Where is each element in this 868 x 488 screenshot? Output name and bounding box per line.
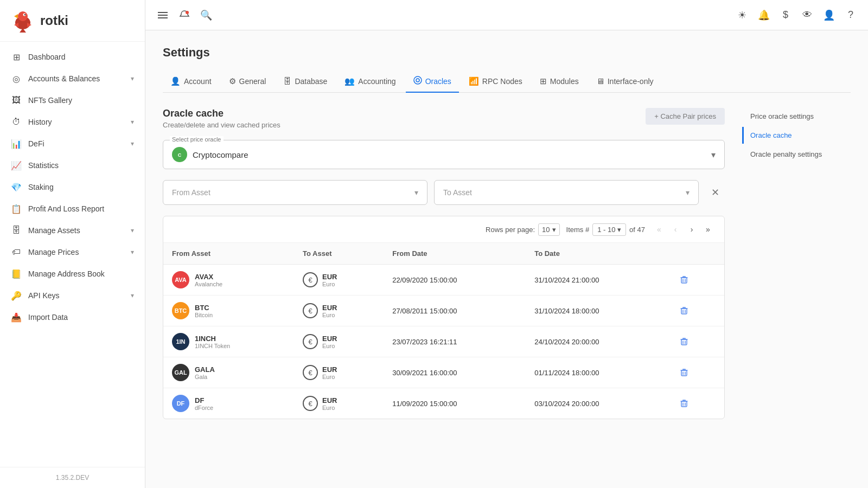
right-nav-price-oracle-settings[interactable]: Price oracle settings [742,108,851,125]
from-asset-cell-2: 1IN 1INCH 1INCH Token [163,326,294,357]
price-oracle-select-label: Select price oracle [170,136,224,143]
tab-interface-only[interactable]: 🖥 Interface-only [589,70,661,93]
menu-button[interactable] [154,7,171,24]
to-asset-cell-3: € EUR Euro [294,357,384,388]
sidebar-item-api-keys[interactable]: 🔑 API Keys ▾ [0,285,145,306]
sidebar-item-accounts-balances[interactable]: ◎ Accounts & Balances ▾ [0,68,145,89]
eye-icon[interactable]: 👁 [799,7,816,24]
clear-filters-button[interactable]: ✕ [705,183,725,202]
to-date-0: 31/10/2024 21:00:00 [526,265,668,296]
account-tab-icon: 👤 [170,76,181,86]
sidebar-item-staking[interactable]: 💎 Staking [0,176,145,198]
search-button[interactable]: 🔍 [197,7,215,24]
items-range-value: 1 - 10 [597,226,615,234]
currency-icon[interactable]: $ [777,7,794,24]
col-from-asset: From Asset [163,243,294,265]
to-name-0: Euro [322,281,337,287]
tab-rpc-nodes[interactable]: 📶 RPC Nodes [461,70,530,93]
next-page-button[interactable]: › [684,222,699,237]
to-asset-info-3: EUR Euro [322,365,337,380]
from-asset-cell-4: DF DF dForce [163,388,294,419]
from-asset-dropdown[interactable]: From Asset ▾ [163,180,427,205]
tab-database[interactable]: 🗄 Database [276,70,335,93]
sidebar-item-manage-assets[interactable]: 🗄 Manage Assets ▾ [0,220,145,241]
tab-oracles-label: Oracles [425,77,451,86]
svg-point-9 [414,76,422,84]
col-to-date: To Date [526,243,668,265]
items-range-select[interactable]: 1 - 10 ▾ [592,223,626,236]
sidebar-label-statistics: Statistics [28,161,134,170]
from-asset-icon-3: GAL [172,364,189,381]
right-nav-oracle-cache[interactable]: Oracle cache [742,127,851,144]
tab-account-label: Account [184,77,212,86]
sidebar-label-dashboard: Dashboard [28,53,134,61]
from-asset-icon-1: BTC [172,302,189,319]
right-nav-oracle-penalty-settings[interactable]: Oracle penalty settings [742,146,851,163]
from-symbol-0: AVAX [195,273,222,281]
modules-tab-icon: ⊞ [540,76,547,86]
from-asset-info-1: BTC Bitcoin [195,304,213,318]
sidebar-navigation: ⊞ Dashboard ◎ Accounts & Balances ▾ 🖼 NF… [0,42,145,467]
notification-alt-icon[interactable] [176,7,193,24]
sidebar-label-address-book: Manage Address Book [28,269,134,278]
dashboard-icon: ⊞ [11,52,22,62]
profit-loss-icon: 📋 [11,203,22,214]
tab-general[interactable]: ⚙ General [221,70,274,93]
sidebar-item-profit-loss[interactable]: 📋 Profit And Loss Report [0,198,145,220]
user-icon[interactable]: 👤 [820,7,838,24]
theme-toggle[interactable]: ☀ [733,7,751,24]
trash-icon [679,368,689,377]
delete-row-button-4[interactable] [676,396,692,411]
statistics-icon: 📈 [11,160,22,171]
help-icon[interactable]: ? [842,7,859,24]
rows-chevron-icon: ▾ [552,226,556,234]
database-tab-icon: 🗄 [283,76,291,86]
table-header-row: From Asset To Asset From Date To Date [163,243,724,265]
delete-row-button-1[interactable] [676,303,692,318]
pagination-controls: « ‹ › » [652,222,716,237]
from-asset-icon-4: DF [172,395,189,412]
cache-pair-prices-button[interactable]: + Cache Pair prices [646,108,725,125]
settings-content-layout: Oracle cache Create/delete and view cach… [163,108,851,419]
from-date-4: 11/09/2020 15:00:00 [384,388,526,419]
chevron-down-icon: ▾ [131,227,134,234]
prev-page-button[interactable]: ‹ [668,222,683,237]
logo-icon [11,9,35,33]
to-asset-cell-2: € EUR Euro [294,326,384,357]
delete-row-button-3[interactable] [676,365,692,380]
table-row: AVA AVAX Avalanche € EUR Euro 22/09/2020… [163,265,724,296]
price-oracle-select[interactable]: Select price oracle C Cryptocompare ▾ [163,140,725,169]
sidebar-item-statistics[interactable]: 📈 Statistics [0,155,145,176]
sidebar-item-defi[interactable]: 📊 DeFi ▾ [0,133,145,155]
cryptocompare-icon: C [172,147,187,162]
sidebar-item-dashboard[interactable]: ⊞ Dashboard [0,46,145,68]
to-name-1: Euro [322,312,337,318]
to-symbol-0: EUR [322,273,337,281]
tab-modules[interactable]: ⊞ Modules [532,70,586,93]
svg-point-4 [24,14,25,15]
sidebar-item-nfts[interactable]: 🖼 NFTs Gallery [0,89,145,111]
last-page-button[interactable]: » [700,222,716,237]
sidebar-item-manage-prices[interactable]: 🏷 Manage Prices ▾ [0,241,145,263]
tab-accounting[interactable]: 👥 Accounting [337,70,403,93]
content-area: Settings 👤 Account ⚙ General 🗄 Database … [145,30,868,488]
bell-icon[interactable]: 🔔 [755,7,773,24]
trash-icon [679,399,689,408]
import-data-icon: 📥 [11,312,22,323]
to-asset-dropdown[interactable]: To Asset ▾ [434,180,699,205]
hamburger-icon [158,10,168,20]
first-page-button[interactable]: « [652,222,667,237]
col-actions [668,243,724,265]
sidebar-item-history[interactable]: ⏱ History ▾ [0,111,145,133]
from-asset-cell-0: AVA AVAX Avalanche [163,265,294,296]
rows-per-page-select[interactable]: 10 ▾ [538,223,559,236]
to-asset-info-2: EUR Euro [322,335,337,349]
delete-row-button-0[interactable] [676,272,692,287]
sidebar-item-import-data[interactable]: 📥 Import Data [0,306,145,328]
from-date-3: 30/09/2021 16:00:00 [384,357,526,388]
app-logo: rotki [0,0,145,42]
tab-oracles[interactable]: Oracles [406,70,459,93]
tab-account[interactable]: 👤 Account [163,70,219,93]
sidebar-item-manage-address-book[interactable]: 📒 Manage Address Book [0,263,145,285]
delete-row-button-2[interactable] [676,334,692,349]
